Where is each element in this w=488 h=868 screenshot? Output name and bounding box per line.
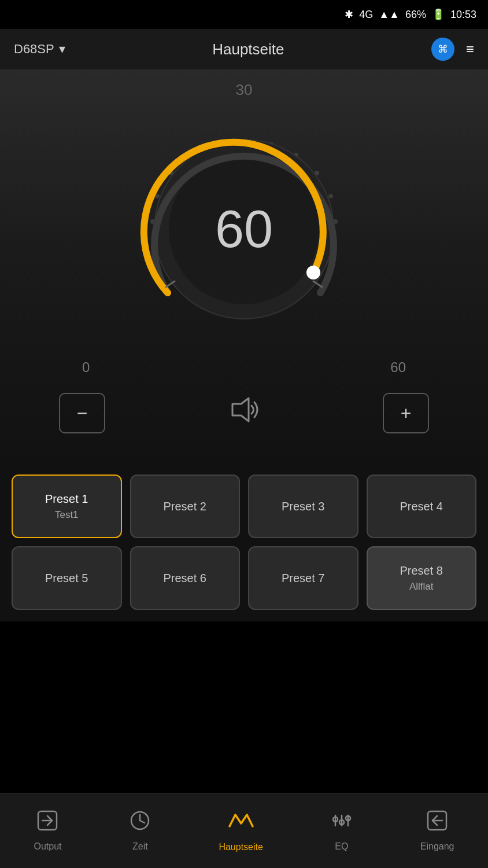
knob-wrapper[interactable]: 60 (99, 105, 389, 354)
preset-name-2: Preset 2 (164, 500, 206, 513)
knob-min-value: 0 (82, 359, 90, 376)
nav-item-output[interactable]: Output (34, 810, 61, 852)
nav-label-output: Output (34, 841, 61, 852)
preset-name-7: Preset 7 (282, 572, 324, 585)
dropdown-icon: ▾ (59, 42, 65, 57)
svg-point-21 (306, 266, 320, 279)
preset-sub-1: Test1 (55, 509, 79, 521)
preset-name-3: Preset 3 (282, 500, 324, 513)
nav-item-zeit[interactable]: Zeit (129, 810, 151, 852)
output-icon (36, 810, 58, 837)
knob-value: 60 (215, 200, 273, 259)
svg-line-31 (140, 821, 145, 823)
preset-button-7[interactable]: Preset 7 (248, 546, 358, 610)
presets-grid: Preset 1Test1Preset 2Preset 3Preset 4Pre… (12, 475, 476, 610)
preset-name-5: Preset 5 (45, 572, 88, 585)
svg-marker-24 (232, 398, 249, 421)
knob-area: 30 (0, 69, 488, 463)
nav-item-hauptseite[interactable]: Hauptseite (219, 809, 263, 852)
presets-section: Preset 1Test1Preset 2Preset 3Preset 4Pre… (0, 463, 488, 621)
home-icon (227, 809, 256, 837)
preset-button-2[interactable]: Preset 2 (130, 475, 241, 538)
knob-max-value: 60 (390, 359, 406, 376)
preset-button-3[interactable]: Preset 3 (248, 475, 358, 538)
header-icons: ⌘ ≡ (431, 38, 474, 61)
bluetooth-icon: ⌘ (438, 43, 448, 56)
bottom-navigation: Output Zeit Hauptseite (0, 793, 488, 868)
device-name: D68SP (14, 42, 54, 57)
menu-button[interactable]: ≡ (466, 41, 474, 57)
volume-increment-button[interactable]: + (383, 393, 429, 433)
preset-button-1[interactable]: Preset 1Test1 (12, 475, 122, 538)
nav-label-eingang: Eingang (420, 841, 454, 852)
nav-item-eingang[interactable]: Eingang (420, 810, 454, 852)
status-bar: ✱ 4G ▲▲ 66% 🔋 10:53 (0, 0, 488, 29)
battery-status: 66% (405, 9, 426, 21)
clock-icon (129, 810, 151, 837)
network-status: 4G (359, 9, 373, 21)
bluetooth-button[interactable]: ⌘ (431, 38, 454, 61)
preset-sub-8: Allflat (409, 581, 434, 593)
minus-icon: − (77, 403, 88, 424)
knob-range: 0 60 (82, 359, 406, 376)
input-icon (426, 810, 448, 837)
time-display: 10:53 (450, 9, 476, 21)
battery-icon: 🔋 (432, 8, 445, 21)
preset-name-8: Preset 8 (400, 564, 443, 578)
preset-button-6[interactable]: Preset 6 (130, 546, 241, 610)
svg-point-4 (328, 194, 333, 198)
preset-button-4[interactable]: Preset 4 (367, 475, 477, 538)
preset-name-4: Preset 4 (400, 500, 443, 513)
signal-status: ▲▲ (379, 9, 400, 21)
nav-item-eq[interactable]: EQ (331, 810, 353, 852)
volume-decrement-button[interactable]: − (59, 393, 105, 433)
preset-name-1: Preset 1 (45, 492, 88, 506)
volume-controls: − + (59, 393, 429, 433)
plus-icon: + (401, 403, 412, 424)
preset-button-5[interactable]: Preset 5 (12, 546, 122, 610)
app-header: D68SP ▾ Hauptseite ⌘ ≡ (0, 29, 488, 69)
speaker-icon (227, 395, 261, 431)
nav-label-hauptseite: Hauptseite (219, 842, 263, 852)
preset-button-8[interactable]: Preset 8Allflat (367, 546, 477, 610)
knob-max-label: 30 (236, 81, 253, 99)
nav-label-eq: EQ (335, 841, 348, 852)
nav-label-zeit: Zeit (132, 841, 148, 852)
bluetooth-status: ✱ (345, 8, 353, 21)
device-selector[interactable]: D68SP ▾ (14, 42, 65, 57)
preset-name-6: Preset 6 (164, 572, 206, 585)
eq-icon (331, 810, 353, 837)
page-title: Hauptseite (212, 41, 284, 58)
